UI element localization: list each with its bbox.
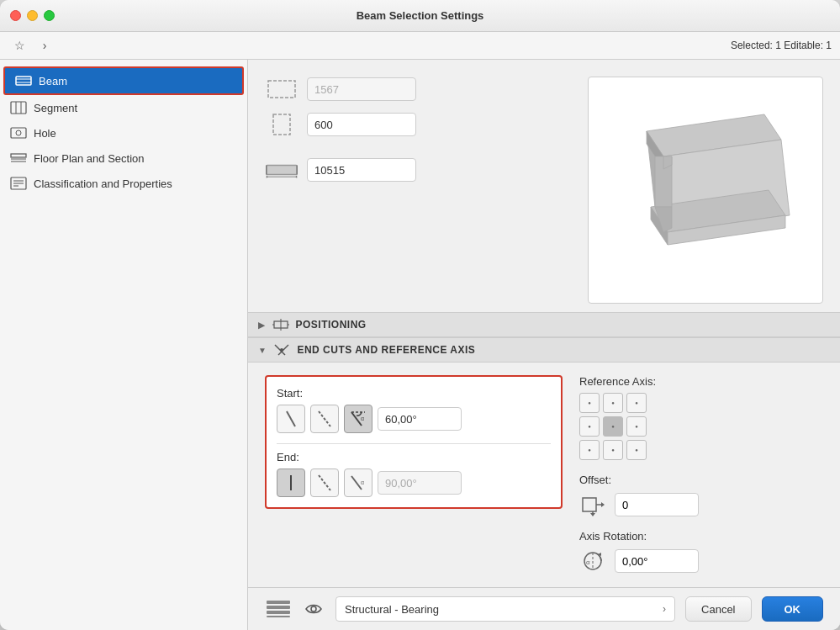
top-section (248, 60, 840, 312)
minimize-button[interactable] (27, 10, 38, 21)
start-angle-input[interactable] (378, 407, 462, 431)
ref-dot-br[interactable]: ● (626, 440, 647, 460)
svg-point-7 (16, 130, 21, 135)
length-input[interactable] (307, 158, 416, 182)
end-cuts-box: Start: (265, 375, 563, 509)
length-icon (265, 157, 298, 183)
sidebar-item-beam[interactable]: Beam (3, 66, 244, 95)
end-cuts-label: END CUTS AND REFERENCE AXIS (297, 344, 475, 356)
ref-dot-bc[interactable]: ● (603, 440, 623, 460)
ref-dot-bl[interactable]: ● (579, 440, 600, 460)
ok-button[interactable]: OK (762, 596, 824, 622)
sidebar: Beam Segment (0, 60, 248, 630)
axis-rotation-section: Axis Rotation: α (579, 530, 823, 574)
offset-icon (579, 491, 606, 518)
ref-dot-ml[interactable]: ● (579, 416, 600, 437)
width-icon (265, 77, 298, 102)
end-cuts-right: Reference Axis: ● ● ● ● ● ● ● ● ● (579, 375, 823, 574)
favorites-button[interactable]: ☆ (8, 36, 30, 55)
reference-axis-section: Reference Axis: ● ● ● ● ● ● ● ● ● (579, 375, 823, 462)
end-label: End: (277, 451, 551, 463)
axis-rotation-row: α 0,00° (579, 548, 823, 574)
sidebar-classification-label: Classification and Properties (34, 177, 172, 190)
beam-preview (588, 77, 823, 304)
end-angle-input[interactable] (378, 471, 462, 495)
segment-icon (10, 101, 27, 114)
svg-rect-15 (268, 81, 295, 98)
dimensions-area (265, 77, 571, 304)
toolbar: ☆ › Selected: 1 Editable: 1 (0, 32, 840, 60)
main-content: Beam Segment (0, 60, 840, 630)
cut-separator (277, 443, 551, 444)
offset-label: Offset: (579, 474, 823, 486)
start-angled-cut-button[interactable] (310, 405, 339, 433)
ref-dot-tc[interactable]: ● (603, 393, 623, 413)
offset-input[interactable]: 0 (615, 493, 699, 516)
close-button[interactable] (10, 10, 21, 21)
svg-point-62 (311, 606, 316, 611)
positioning-section-header[interactable]: ▶ POSITIONING (248, 312, 840, 337)
sidebar-item-segment[interactable]: Segment (0, 95, 247, 120)
ref-dot-mr[interactable]: ● (626, 416, 647, 437)
traffic-lights (10, 10, 55, 21)
start-plain-cut-button[interactable] (277, 405, 305, 433)
svg-rect-3 (11, 102, 26, 114)
eye-icon[interactable] (302, 597, 325, 621)
svg-text:α: α (361, 479, 364, 485)
axis-rotation-input[interactable]: 0,00° (615, 549, 699, 573)
profile-text: Structural - Bearing (345, 603, 439, 616)
end-cuts-section-header[interactable]: ▼ END CUTS AND REFERENCE AXIS (248, 337, 840, 363)
arrow-icon: › (43, 39, 47, 52)
svg-rect-0 (16, 77, 31, 85)
height-input[interactable] (307, 113, 416, 136)
svg-rect-49 (583, 498, 596, 511)
floor-plan-icon (10, 151, 27, 165)
main-window: Beam Selection Settings ☆ › Selected: 1 … (0, 0, 840, 630)
star-icon: ☆ (14, 39, 25, 52)
reference-axis-label: Reference Axis: (579, 375, 823, 388)
sidebar-item-floor-plan[interactable]: Floor Plan and Section (0, 146, 247, 171)
end-angled-cut-button[interactable] (310, 469, 339, 497)
start-alpha-cut-button[interactable]: α (344, 405, 372, 433)
svg-rect-61 (267, 616, 290, 617)
reference-axis-grid: ● ● ● ● ● ● ● ● ● (579, 393, 648, 462)
axis-rotation-label: Axis Rotation: (579, 530, 823, 543)
end-cuts-arrow-icon: ▼ (258, 346, 267, 355)
start-label: Start: (277, 387, 551, 400)
height-row (265, 112, 571, 137)
profile-dropdown[interactable]: Structural - Bearing › (335, 596, 675, 622)
breadcrumb-arrow-button[interactable]: › (34, 36, 55, 55)
end-controls: α (277, 469, 551, 497)
ref-dot-tr[interactable]: ● (626, 393, 647, 413)
svg-rect-17 (267, 166, 297, 175)
ref-dot-mc[interactable]: ● (603, 416, 623, 437)
width-input[interactable] (307, 77, 416, 101)
cancel-button[interactable]: Cancel (685, 596, 751, 622)
svg-rect-16 (273, 114, 290, 135)
svg-point-39 (280, 348, 283, 352)
svg-text:α: α (586, 559, 590, 566)
rotation-icon: α (579, 548, 606, 574)
positioning-label: POSITIONING (296, 319, 367, 331)
sidebar-item-classification[interactable]: Classification and Properties (0, 171, 247, 196)
svg-line-40 (287, 411, 295, 426)
svg-text:α: α (361, 416, 364, 421)
sidebar-item-hole[interactable]: Hole (0, 120, 247, 146)
maximize-button[interactable] (44, 10, 55, 21)
length-row (265, 157, 571, 183)
svg-marker-53 (590, 513, 595, 516)
end-alpha-cut-button[interactable]: α (344, 469, 372, 497)
sidebar-hole-label: Hole (34, 127, 56, 140)
end-group: End: (277, 451, 551, 497)
end-plain-cut-button[interactable] (277, 469, 305, 497)
ref-dot-tl[interactable]: ● (579, 393, 600, 413)
svg-rect-58 (267, 601, 290, 604)
start-controls: α (277, 405, 551, 433)
svg-rect-60 (267, 611, 290, 614)
end-cuts-section-icon (273, 343, 290, 357)
end-cuts-left: Start: (265, 375, 563, 574)
svg-marker-21 (267, 175, 268, 178)
svg-marker-22 (295, 175, 297, 178)
beam-3d-svg (605, 98, 806, 283)
start-group: Start: (277, 387, 551, 433)
